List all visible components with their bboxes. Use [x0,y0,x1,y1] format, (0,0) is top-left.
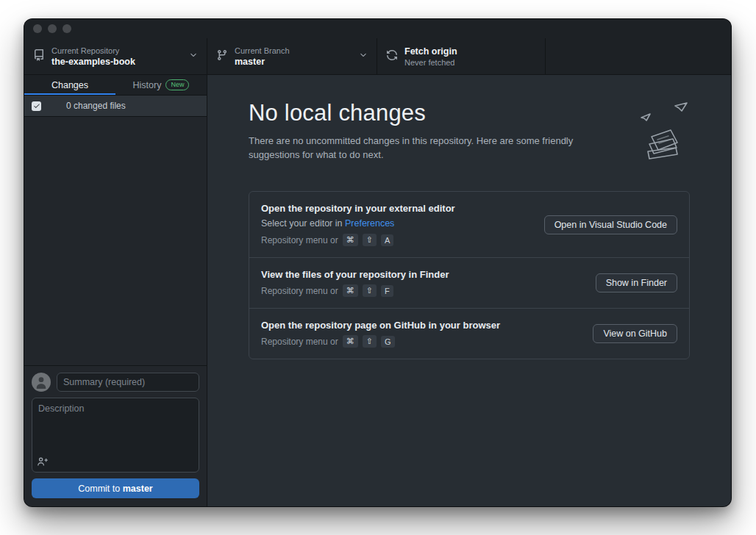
zoom-button[interactable] [63,24,71,33]
preferences-link[interactable]: Preferences [345,218,394,229]
window-titlebar [24,19,731,38]
changed-files-count: 0 changed files [66,101,126,111]
changed-files-header: 0 changed files [24,96,207,117]
toolbar-spacer [546,38,731,74]
shift-key: ⇧ [363,284,377,297]
tab-history-label: History [133,80,162,90]
tab-changes[interactable]: Changes [24,75,115,95]
changes-list [24,117,207,365]
new-badge: New [165,79,189,90]
paper-planes-illustration [619,101,690,163]
description-textarea[interactable] [32,398,199,473]
suggestion-title: Open the repository page on GitHub in yo… [261,320,500,331]
command-key: ⌘ [343,234,358,246]
letter-key: A [381,234,393,246]
shift-key: ⇧ [363,234,377,246]
git-branch-icon [216,49,228,63]
suggestion-open-editor: Open the repository in your external edi… [249,192,689,257]
command-key: ⌘ [343,335,358,348]
command-key: ⌘ [343,284,358,297]
current-repository-selector[interactable]: Current Repository the-examples-book [24,38,207,74]
suggestion-shortcut: Repository menu or ⌘ ⇧ G [261,335,500,348]
suggestion-show-in-finder: View the files of your repository in Fin… [249,258,689,308]
current-repository-value: the-examples-book [51,57,135,67]
fetch-origin-label: Fetch origin [404,46,457,57]
commit-button[interactable]: Commit to master [32,478,199,498]
tab-history[interactable]: History New [115,75,207,95]
check-icon [33,102,40,109]
sidebar: Changes History New 0 changed files [24,75,207,506]
view-on-github-button[interactable]: View on GitHub [593,324,677,343]
page-subtitle: There are no uncommitted changes in this… [249,134,616,162]
fetch-origin-button[interactable]: Fetch origin Never fetched [377,38,546,74]
current-branch-selector[interactable]: Current Branch master [207,38,377,74]
commit-form: Commit to master [24,365,207,506]
add-coauthor-button[interactable] [37,456,48,467]
tab-changes-label: Changes [51,80,88,90]
suggestion-shortcut: Repository menu or ⌘ ⇧ F [261,284,449,297]
suggestion-view-on-github: Open the repository page on GitHub in yo… [249,309,689,359]
open-in-editor-button[interactable]: Open in Visual Studio Code [544,215,677,234]
page-title: No local changes [249,100,616,126]
github-desktop-window: Current Repository the-examples-book Cur… [24,19,731,506]
close-button[interactable] [33,24,42,33]
minimize-button[interactable] [48,24,57,33]
suggestion-title: View the files of your repository in Fin… [261,269,449,280]
avatar [32,373,51,392]
current-branch-label: Current Branch [235,46,290,55]
suggestions-card: Open the repository in your external edi… [249,191,690,359]
letter-key: G [381,336,395,348]
summary-input[interactable] [57,373,199,392]
main-content: No local changes There are no uncommitte… [207,75,731,506]
select-all-checkbox[interactable] [32,101,41,111]
description-field [32,398,199,473]
current-branch-value: master [235,57,290,67]
repo-book-icon [33,49,45,63]
person-add-icon [37,456,48,467]
shift-key: ⇧ [363,335,377,348]
current-repository-label: Current Repository [51,46,135,55]
sidebar-tabs: Changes History New [24,75,207,96]
sync-icon [386,49,398,63]
chevron-down-icon [189,51,198,62]
letter-key: F [381,285,393,297]
suggestion-shortcut: Repository menu or ⌘ ⇧ A [261,234,455,246]
fetch-origin-status: Never fetched [404,58,457,67]
suggestion-title: Open the repository in your external edi… [261,203,455,214]
suggestion-subtitle: Select your editor in Preferences [261,218,455,229]
show-in-finder-button[interactable]: Show in Finder [596,273,677,292]
chevron-down-icon [359,51,368,62]
toolbar: Current Repository the-examples-book Cur… [24,38,731,75]
